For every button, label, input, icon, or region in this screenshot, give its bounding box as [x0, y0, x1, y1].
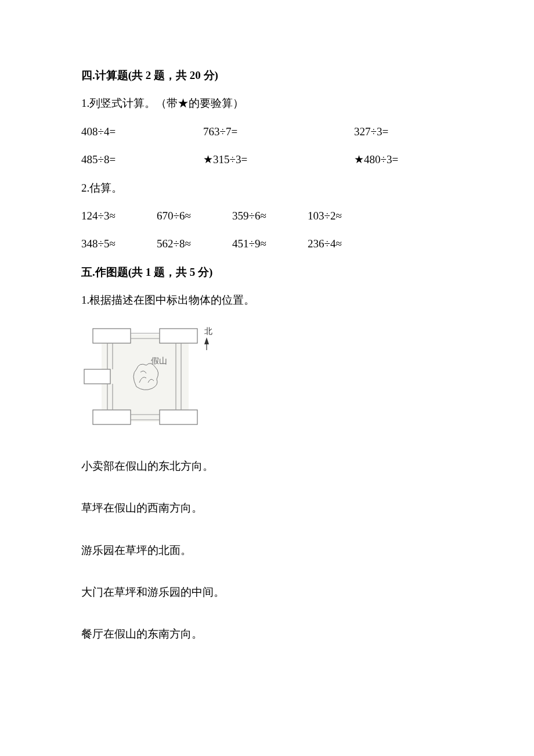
est-cell: 103÷2≈ [308, 207, 383, 225]
calc-cell: 327÷3= [354, 123, 441, 141]
desc-line: 草坪在假山的西南方向。 [81, 499, 453, 517]
desc-line: 小卖部在假山的东北方向。 [81, 458, 453, 475]
section4-heading: 四.计算题(共 2 题，共 20 分) [81, 67, 453, 84]
map-diagram: 假山 北 [81, 320, 453, 441]
est-cell: 124÷3≈ [81, 207, 157, 225]
calc-cell: ★315÷3= [203, 151, 354, 168]
est-row-2: 348÷5≈ 562÷8≈ 451÷9≈ 236÷4≈ [81, 235, 453, 253]
svg-rect-4 [93, 410, 131, 424]
calc-cell: 763÷7= [203, 123, 354, 141]
compass-label: 北 [204, 327, 212, 336]
desc-line: 餐厅在假山的东南方向。 [81, 625, 453, 643]
svg-rect-2 [160, 329, 197, 343]
svg-rect-1 [93, 329, 131, 343]
est-cell: 348÷5≈ [81, 235, 157, 253]
q2-prompt: 2.估算。 [81, 179, 453, 197]
desc-line: 游乐园在草坪的北面。 [81, 542, 453, 559]
est-cell: 236÷4≈ [308, 235, 383, 253]
svg-rect-3 [84, 369, 110, 384]
est-row-1: 124÷3≈ 670÷6≈ 359÷6≈ 103÷2≈ [81, 207, 453, 225]
section5-heading: 五.作图题(共 1 题，共 5 分) [81, 264, 453, 281]
calc-cell: ★480÷3= [354, 151, 441, 168]
calc-row-2: 485÷8= ★315÷3= ★480÷3= [81, 151, 453, 168]
s5-q1-prompt: 1.根据描述在图中标出物体的位置。 [81, 291, 453, 309]
est-cell: 562÷8≈ [157, 235, 232, 253]
est-cell: 670÷6≈ [157, 207, 232, 225]
center-label: 假山 [151, 357, 167, 365]
est-cell: 359÷6≈ [232, 207, 308, 225]
q1-prompt: 1.列竖式计算。（带★的要验算） [81, 95, 453, 112]
calc-cell: 408÷4= [81, 123, 203, 141]
calc-cell: 485÷8= [81, 151, 203, 168]
calc-row-1: 408÷4= 763÷7= 327÷3= [81, 123, 453, 141]
map-svg: 假山 北 [81, 320, 215, 436]
svg-rect-5 [160, 410, 197, 424]
est-cell: 451÷9≈ [232, 235, 308, 253]
desc-line: 大门在草坪和游乐园的中间。 [81, 584, 453, 601]
